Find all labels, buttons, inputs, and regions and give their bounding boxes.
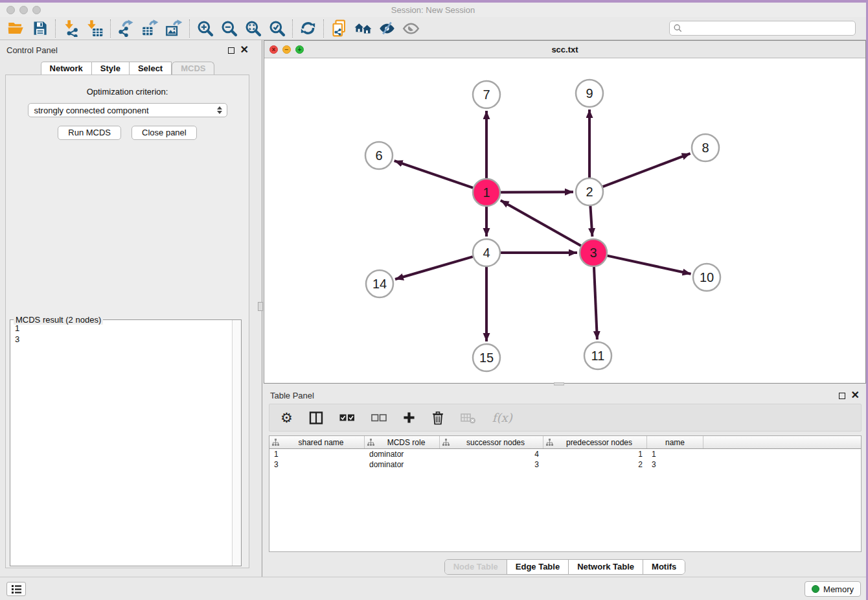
- close-panel-icon[interactable]: ✕: [240, 46, 249, 54]
- network-canvas[interactable]: 7968124314101511: [264, 58, 865, 383]
- search-icon: [674, 24, 682, 32]
- float-panel-icon[interactable]: [839, 393, 845, 399]
- column-header-name[interactable]: name: [647, 436, 703, 448]
- memory-button[interactable]: Memory: [805, 581, 861, 597]
- toolbar-separator: [292, 19, 293, 38]
- delete-column-button[interactable]: [461, 410, 476, 426]
- close-panel-icon[interactable]: ✕: [851, 391, 860, 399]
- table-header-row: shared nameMCDS rolesuccessor nodesprede…: [269, 436, 861, 449]
- save-session-button[interactable]: [28, 18, 52, 39]
- delete-row-button[interactable]: [431, 410, 444, 426]
- main-toolbar: [0, 17, 866, 40]
- network-minimize-button[interactable]: −: [282, 45, 291, 54]
- maximize-window-button[interactable]: [32, 6, 41, 14]
- export-image-button[interactable]: [162, 18, 186, 39]
- close-panel-button[interactable]: Close panel: [131, 126, 197, 140]
- table-body: 1dominator4113dominator323: [269, 449, 861, 470]
- tab-network[interactable]: Network: [41, 62, 92, 76]
- edge-1-2[interactable]: [501, 192, 573, 192]
- result-item: 3: [15, 334, 232, 345]
- window-titlebar: Session: New Session: [0, 3, 866, 17]
- table-settings-button[interactable]: ⚙: [280, 410, 293, 426]
- save-icon: [31, 19, 49, 37]
- tab-mcds[interactable]: MCDS: [172, 62, 214, 76]
- table-cell: 3: [440, 460, 543, 469]
- vertical-splitter-handle[interactable]: [258, 302, 263, 311]
- tab-network-table[interactable]: Network Table: [568, 560, 643, 574]
- trash-icon: [431, 411, 444, 425]
- tab-node-table[interactable]: Node Table: [445, 560, 507, 574]
- edge-1-6[interactable]: [394, 161, 474, 188]
- run-mcds-button[interactable]: Run MCDS: [58, 126, 121, 140]
- column-header-shared-name[interactable]: shared name: [269, 436, 365, 448]
- memory-label: Memory: [823, 584, 854, 594]
- function-builder-button[interactable]: f(x): [492, 410, 512, 426]
- minimize-window-button[interactable]: [19, 6, 28, 14]
- edge-3-11[interactable]: [594, 267, 597, 340]
- import-table-button[interactable]: [83, 18, 107, 39]
- float-panel-icon[interactable]: [228, 47, 234, 54]
- import-network-button[interactable]: [59, 18, 83, 39]
- network-view-window: × − + scc.txt 7968124314101511: [264, 40, 866, 384]
- window-title: Session: New Session: [0, 3, 866, 17]
- node-label: 14: [372, 277, 387, 291]
- network-window-titlebar: × − + scc.txt: [264, 41, 865, 58]
- column-header-successor-nodes[interactable]: successor nodes: [440, 436, 543, 448]
- open-file-button[interactable]: [4, 18, 28, 39]
- column-visibility-button[interactable]: [309, 410, 323, 426]
- control-panel: Control Panel ✕ NetworkStyleSelectMCDS O…: [0, 40, 255, 577]
- table-row[interactable]: 3dominator323: [269, 459, 861, 470]
- add-column-button[interactable]: [403, 410, 415, 426]
- node-label: 8: [702, 141, 709, 155]
- zoom-selected-button[interactable]: [265, 18, 289, 39]
- apply-layout-button[interactable]: [296, 18, 320, 39]
- edge-2-3[interactable]: [590, 206, 592, 237]
- column-header-predecessor-nodes[interactable]: predecessor nodes: [543, 436, 647, 448]
- optimization-label: Optimization criterion:: [6, 87, 249, 97]
- edge-4-14[interactable]: [395, 257, 473, 279]
- close-window-button[interactable]: [6, 6, 15, 14]
- export-network-button[interactable]: [114, 18, 138, 39]
- edge-3-10[interactable]: [607, 256, 691, 274]
- tab-motifs[interactable]: Motifs: [643, 560, 685, 574]
- table-cell: 1: [543, 450, 647, 459]
- node-table[interactable]: shared nameMCDS rolesuccessor nodesprede…: [269, 435, 862, 552]
- table-cell: dominator: [365, 460, 440, 469]
- table-tabs-bar: Node TableEdge TableNetwork TableMotifs: [264, 559, 866, 575]
- search-input[interactable]: [685, 23, 851, 34]
- network-graph[interactable]: 7968124314101511: [264, 58, 865, 383]
- select-all-button[interactable]: [339, 410, 355, 426]
- zoom-fit-button[interactable]: [241, 18, 265, 39]
- home-view-button[interactable]: [351, 18, 375, 39]
- search-box[interactable]: [669, 21, 856, 36]
- task-history-button[interactable]: [6, 582, 26, 596]
- zoom-in-button[interactable]: [193, 18, 217, 39]
- network-close-button[interactable]: ×: [269, 45, 278, 54]
- export-table-icon: [141, 19, 159, 37]
- tab-edge-table[interactable]: Edge Table: [507, 560, 568, 574]
- node-label: 9: [586, 86, 593, 100]
- edge-3-1[interactable]: [501, 200, 581, 246]
- network-maximize-button[interactable]: +: [295, 45, 304, 54]
- result-item: 1: [15, 323, 232, 334]
- result-scrollbar[interactable]: [232, 320, 241, 566]
- zoom-out-button[interactable]: [217, 18, 241, 39]
- show-all-button[interactable]: [399, 18, 423, 39]
- import-network-icon: [62, 19, 80, 37]
- copy-network-button[interactable]: [327, 18, 351, 39]
- app-window: Session: New Session: [0, 3, 866, 600]
- optimization-criterion-select[interactable]: strongly connected component: [28, 103, 227, 117]
- tab-select[interactable]: Select: [130, 62, 172, 76]
- table-row[interactable]: 1dominator411: [269, 449, 861, 459]
- column-header-MCDS-role[interactable]: MCDS role: [365, 436, 440, 448]
- export-network-icon: [117, 19, 135, 37]
- hide-selected-button[interactable]: [375, 18, 399, 39]
- export-table-button[interactable]: [138, 18, 162, 39]
- mcds-result-list[interactable]: 13: [10, 320, 232, 566]
- tab-style[interactable]: Style: [92, 62, 130, 76]
- tree-icon: [272, 439, 279, 446]
- edge-2-8[interactable]: [603, 154, 691, 187]
- deselect-all-button[interactable]: [371, 410, 387, 426]
- toolbar-separator: [110, 19, 111, 38]
- table-cell: dominator: [365, 450, 440, 459]
